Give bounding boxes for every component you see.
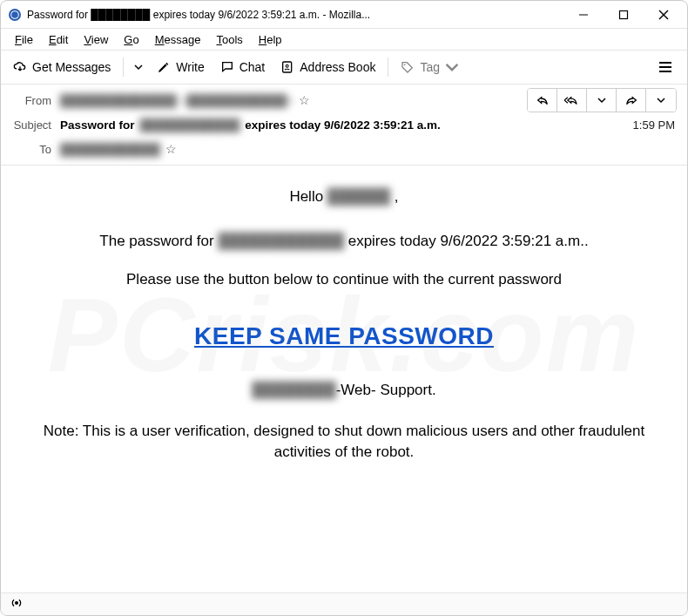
- tag-icon: [401, 60, 415, 74]
- menu-view[interactable]: View: [77, 31, 115, 48]
- window-close-button[interactable]: [644, 2, 684, 28]
- menu-help[interactable]: Help: [252, 31, 289, 48]
- star-to-icon[interactable]: ☆: [165, 142, 177, 156]
- write-button[interactable]: Write: [150, 57, 211, 78]
- svg-point-2: [11, 11, 18, 18]
- svg-rect-4: [620, 10, 628, 18]
- toolbar-separator: [123, 58, 124, 77]
- message-headers: From ██████████████ <████████████> ☆ Sub…: [1, 85, 687, 166]
- chevron-down-icon: [134, 63, 143, 71]
- menu-tools[interactable]: Tools: [209, 31, 249, 48]
- pencil-icon: [157, 60, 171, 74]
- get-messages-button[interactable]: Get Messages: [6, 57, 118, 78]
- chat-bubble-icon: [220, 60, 234, 74]
- connection-status-icon[interactable]: [10, 596, 24, 613]
- svg-point-8: [286, 64, 288, 67]
- reply-button[interactable]: [528, 89, 557, 112]
- password-expiry-line: The password for ████████████ expires to…: [17, 231, 671, 253]
- hamburger-icon: [658, 59, 673, 75]
- message-time: 1:59 PM: [633, 118, 680, 132]
- greeting-line: Hello ██████ ,: [17, 186, 671, 208]
- forward-button[interactable]: [617, 89, 646, 112]
- window-titlebar: Password for ████████ expires today 9/6/…: [1, 1, 687, 29]
- toolbar: Get Messages Write Chat Address Book Tag: [1, 50, 687, 85]
- from-label: From: [8, 94, 55, 107]
- app-menu-button[interactable]: [652, 54, 678, 80]
- message-actions: [527, 88, 677, 112]
- write-label: Write: [176, 60, 204, 74]
- subject-label: Subject: [8, 118, 55, 132]
- to-value[interactable]: ████████████: [60, 143, 160, 156]
- address-book-label: Address Book: [300, 60, 375, 74]
- chat-label: Chat: [239, 60, 266, 74]
- forward-dropdown[interactable]: [646, 89, 676, 112]
- menu-file[interactable]: File: [8, 31, 40, 48]
- app-icon: [8, 8, 22, 22]
- window-minimize-button[interactable]: [563, 2, 604, 28]
- support-line: ████████-Web- Support.: [17, 380, 671, 402]
- chat-button[interactable]: Chat: [213, 57, 273, 78]
- toolbar-separator: [388, 58, 388, 77]
- reply-all-button[interactable]: [557, 89, 587, 112]
- to-label: To: [8, 143, 55, 156]
- tag-label: Tag: [420, 60, 440, 74]
- address-book-button[interactable]: Address Book: [273, 57, 382, 78]
- get-messages-label: Get Messages: [32, 60, 111, 74]
- window-title: Password for ████████ expires today 9/6/…: [27, 9, 563, 21]
- instruction-line: Please use the button below to continue …: [17, 269, 671, 291]
- message-body: Hello ██████ , The password for ████████…: [1, 166, 687, 584]
- address-book-icon: [280, 60, 294, 74]
- reply-dropdown[interactable]: [587, 89, 617, 112]
- keep-same-password-link[interactable]: KEEP SAME PASSWORD: [17, 322, 671, 350]
- menu-edit[interactable]: Edit: [42, 31, 75, 48]
- window-maximize-button[interactable]: [604, 2, 644, 28]
- download-cloud-icon: [13, 60, 27, 74]
- tag-button[interactable]: Tag: [394, 57, 466, 78]
- svg-point-9: [404, 64, 406, 65]
- status-bar: [1, 592, 687, 615]
- from-value[interactable]: ██████████████ <████████████>: [60, 94, 293, 107]
- svg-point-10: [15, 601, 18, 605]
- subject-value: Password for ████████████ expires today …: [60, 118, 441, 132]
- star-from-icon[interactable]: ☆: [299, 93, 310, 107]
- note-line: Note: This is a user verification, desig…: [17, 421, 671, 464]
- chevron-down-icon: [445, 60, 459, 74]
- get-messages-dropdown[interactable]: [129, 59, 148, 75]
- menubar: File Edit View Go Message Tools Help: [1, 29, 687, 50]
- menu-message[interactable]: Message: [148, 31, 208, 48]
- menu-go[interactable]: Go: [117, 31, 145, 48]
